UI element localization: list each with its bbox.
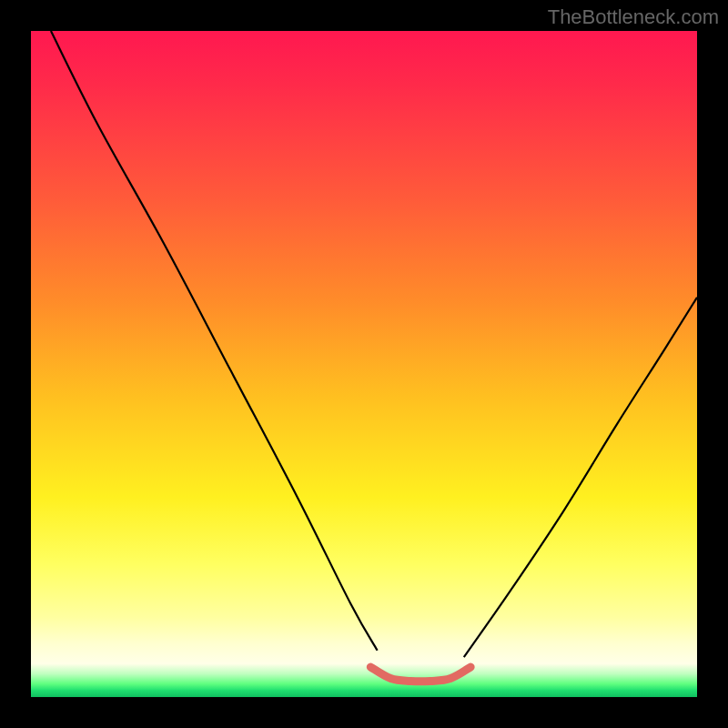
curve-right-ascent	[464, 298, 697, 657]
watermark-text: TheBottleneck.com	[548, 5, 719, 29]
chart-curves-svg	[31, 31, 697, 697]
curve-flat-min	[370, 667, 470, 682]
curve-left-descent	[51, 31, 378, 651]
chart-plot-area	[31, 31, 697, 697]
